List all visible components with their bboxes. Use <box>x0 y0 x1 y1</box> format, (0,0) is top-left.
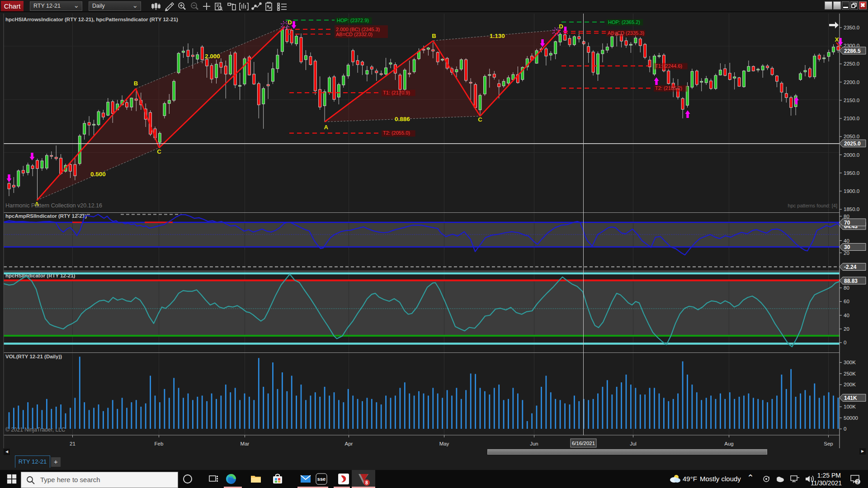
svg-text:1950.0: 1950.0 <box>844 170 859 176</box>
svg-text:1900.0: 1900.0 <box>844 188 859 194</box>
svg-text:80: 80 <box>844 285 849 291</box>
svg-text:2150.0: 2150.0 <box>844 98 859 103</box>
svg-text:2250.0: 2250.0 <box>844 61 859 66</box>
svg-text:21: 21 <box>70 441 75 446</box>
svg-text:X: X <box>835 36 839 43</box>
svg-text:8: 8 <box>365 480 368 485</box>
svg-text:6/16/2021: 6/16/2021 <box>572 441 595 446</box>
svg-text:40: 40 <box>844 313 849 318</box>
svg-text:B: B <box>134 80 138 87</box>
svg-text:hpc patterns found: [4]: hpc patterns found: [4] <box>788 203 837 208</box>
svg-text:hpcAmpRSIIndicator (RTY 12-21): hpcAmpRSIIndicator (RTY 12-21) <box>5 213 87 219</box>
svg-text:60: 60 <box>844 299 849 304</box>
svg-text:AB=CD (2335.3): AB=CD (2335.3) <box>608 30 644 36</box>
svg-text:2286.5: 2286.5 <box>844 48 861 54</box>
svg-text:VOL(RTY 12-21 (Daily)): VOL(RTY 12-21 (Daily)) <box>5 354 62 359</box>
svg-text:T1: (2170.9): T1: (2170.9) <box>383 90 410 95</box>
svg-text:88.83: 88.83 <box>844 278 858 284</box>
svg-text:1.130: 1.130 <box>490 33 505 39</box>
svg-text:sse: sse <box>317 476 326 482</box>
svg-text:Mar: Mar <box>241 441 250 446</box>
svg-text:HOP: (2372.9): HOP: (2372.9) <box>337 18 369 23</box>
svg-text:250K: 250K <box>844 371 856 376</box>
svg-text:HOP: (2365.2): HOP: (2365.2) <box>608 19 640 25</box>
svg-text:B: B <box>432 33 436 39</box>
svg-text:Apr: Apr <box>345 441 353 446</box>
svg-text:2200.0: 2200.0 <box>844 80 859 85</box>
svg-text:Jul: Jul <box>630 441 637 446</box>
svg-text:50000: 50000 <box>844 415 858 421</box>
svg-text:Harmonic Pattern Collection v2: Harmonic Pattern Collection v20.12.16 <box>5 202 102 209</box>
svg-text:80: 80 <box>844 214 849 219</box>
svg-text:May: May <box>439 441 449 446</box>
svg-text:T1: (2244.6): T1: (2244.6) <box>655 63 682 69</box>
svg-text:D: D <box>559 23 563 30</box>
svg-text:T2: (2185.2): T2: (2185.2) <box>655 85 682 91</box>
svg-text:Feb: Feb <box>155 441 164 446</box>
svg-text:2350.0: 2350.0 <box>844 25 859 30</box>
svg-text:A: A <box>324 124 328 131</box>
svg-text:70: 70 <box>844 220 850 226</box>
svg-text:-2.24: -2.24 <box>844 264 857 270</box>
svg-text:20: 20 <box>844 250 849 256</box>
svg-text:141K: 141K <box>844 395 857 401</box>
svg-text:0: 0 <box>844 426 846 432</box>
svg-text:2: 2 <box>856 479 859 484</box>
svg-text:2.000: 2.000 <box>205 53 220 60</box>
svg-text:2000.0: 2000.0 <box>844 152 859 158</box>
svg-text:20: 20 <box>844 326 849 332</box>
svg-text:0: 0 <box>844 340 846 345</box>
svg-text:1850.0: 1850.0 <box>844 206 859 212</box>
svg-text:hpcHSIArrowsIndicator (RTY 12-: hpcHSIArrowsIndicator (RTY 12-21), hpcPa… <box>5 17 178 22</box>
svg-text:40: 40 <box>844 238 849 244</box>
svg-text:2050.0: 2050.0 <box>844 134 859 139</box>
svg-text:2025.0: 2025.0 <box>844 141 861 147</box>
svg-text:300K: 300K <box>844 360 856 365</box>
svg-text:C: C <box>478 116 482 123</box>
svg-text:2100.0: 2100.0 <box>844 116 859 121</box>
svg-text:T2: (2055.0): T2: (2055.0) <box>383 130 410 136</box>
svg-text:Jun: Jun <box>530 441 538 446</box>
svg-text:0.886: 0.886 <box>395 116 410 122</box>
svg-text:Aug: Aug <box>724 441 733 446</box>
svg-text:C: C <box>157 148 161 155</box>
svg-text:100K: 100K <box>844 404 856 409</box>
svg-text:AB=CD (2332.0): AB=CD (2332.0) <box>336 32 373 37</box>
svg-text:30: 30 <box>844 244 850 250</box>
svg-text:Sep: Sep <box>824 441 833 446</box>
svg-text:200K: 200K <box>844 382 856 387</box>
svg-text:0.500: 0.500 <box>90 171 106 178</box>
